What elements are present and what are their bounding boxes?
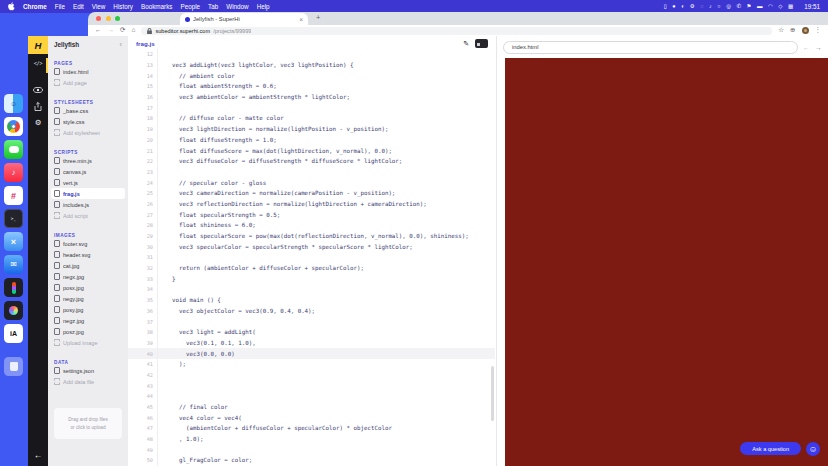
dock-icon-finder[interactable]: ☺ — [4, 94, 23, 113]
menu-item-edit[interactable]: Edit — [73, 3, 84, 10]
file-item-negy-jpg[interactable]: negy.jpg — [51, 293, 125, 304]
dock-icon-color-app[interactable] — [4, 301, 23, 320]
file-item-add-data-file[interactable]: Add data file — [51, 376, 125, 387]
dock-icon-slack[interactable]: # — [4, 186, 23, 205]
file-item-add-page[interactable]: Add page — [51, 77, 125, 88]
dock-icon-chrome[interactable] — [4, 117, 23, 136]
file-item-style-css[interactable]: style.css — [51, 116, 125, 127]
display-icon[interactable]: ▯ — [664, 4, 667, 10]
forward-icon[interactable]: → — [108, 27, 115, 34]
settings-icon[interactable]: ⚙ — [690, 4, 695, 10]
code-scrollbar[interactable] — [491, 366, 494, 421]
dock-icon-terminal[interactable]: >_ — [4, 209, 23, 228]
file-item-posy-jpg[interactable]: posy.jpg — [51, 304, 125, 315]
file-item-cat-jpg[interactable]: cat.jpg — [51, 260, 125, 271]
menu-item-view[interactable]: View — [92, 3, 106, 10]
menu-item-people[interactable]: People — [180, 3, 200, 10]
circle-icon[interactable]: ○ — [717, 4, 720, 10]
file-item--base-css[interactable]: _base.css — [51, 105, 125, 116]
line-number: 17 — [128, 102, 158, 113]
file-item-posz-jpg[interactable]: posz.jpg — [51, 326, 125, 337]
dock-icon-mail[interactable]: ✉ — [4, 255, 23, 274]
file-item-footer-svg[interactable]: footer.svg — [51, 238, 125, 249]
address-bar[interactable]: subeditor.superhi.com /projects/99999 — [141, 27, 772, 35]
back-icon[interactable]: ← — [95, 27, 102, 34]
phone-icon[interactable]: ✆ — [736, 4, 741, 10]
reload-icon[interactable]: ⟳ — [120, 27, 125, 34]
mirroring-icon[interactable]: ◐ — [681, 4, 684, 10]
profile-avatar[interactable] — [802, 27, 809, 34]
record-icon[interactable]: ● — [672, 4, 675, 10]
menu-item-file[interactable]: File — [55, 3, 65, 10]
dock-icon-messages[interactable] — [4, 140, 23, 159]
flag-icon[interactable]: ⚑ — [747, 4, 752, 10]
menu-item-help[interactable]: Help — [257, 3, 270, 10]
wifi-icon[interactable]: ◠ — [768, 4, 773, 10]
superhi-logo[interactable]: H — [28, 36, 48, 54]
edit-pencil-icon[interactable]: ✎ — [463, 40, 469, 47]
close-window-button[interactable] — [96, 16, 101, 21]
dock-icon-app-x[interactable]: × — [4, 232, 23, 251]
preview-eye-icon[interactable] — [28, 80, 48, 96]
back-arrow-icon[interactable]: ← — [28, 450, 48, 460]
dock-icon-figma[interactable] — [4, 278, 23, 297]
file-label: posy.jpg — [63, 307, 83, 313]
menu-item-chrome[interactable]: Chrome — [23, 3, 47, 10]
spotlight-icon[interactable]: ◇ — [778, 4, 782, 10]
zoom-window-button[interactable] — [115, 16, 120, 21]
file-item-header-svg[interactable]: header.svg — [51, 249, 125, 260]
apple-icon[interactable] — [8, 2, 15, 11]
file-item-negz-jpg[interactable]: negz.jpg — [51, 315, 125, 326]
menubar-clock[interactable]: 19:51 — [804, 3, 820, 10]
file-item-upload-image[interactable]: Upload image — [51, 337, 125, 348]
dock-icon-ia-writer[interactable]: iA — [4, 324, 23, 343]
code-line: 36 vec3 objectColor = vec3(0.9, 0.4, 0.4… — [128, 306, 495, 317]
home-icon[interactable]: ⌂ — [131, 27, 135, 34]
file-item-add-stylesheet[interactable]: Add stylesheet — [51, 127, 125, 138]
music-icon[interactable]: ♪ — [709, 4, 712, 10]
minimize-window-button[interactable] — [106, 16, 111, 21]
file-item-posx-jpg[interactable]: posx.jpg — [51, 282, 125, 293]
menu-item-tab[interactable]: Tab — [208, 3, 218, 10]
browser-tab[interactable]: Jellyfish - SuperHi × — [180, 13, 308, 25]
line-content: vec3(0.1, 0.1, 1.0), — [158, 340, 256, 346]
menu-item-bookmarks[interactable]: Bookmarks — [141, 3, 173, 10]
code-view-icon[interactable]: </> — [28, 61, 48, 66]
preview-back-icon[interactable]: ← — [803, 44, 810, 51]
file-item-negx-jpg[interactable]: negx.jpg — [51, 271, 125, 282]
file-item-add-script[interactable]: Add script — [51, 210, 125, 221]
file-dropzone[interactable]: Drag and drop files or click to upload — [54, 408, 122, 439]
share-upload-icon[interactable] — [28, 98, 48, 114]
dock-icon-music[interactable]: ♪ — [4, 163, 23, 182]
new-tab-button[interactable]: + — [316, 13, 320, 22]
preview-forward-icon[interactable]: → — [815, 44, 822, 51]
file-item-canvas-js[interactable]: canvas.js — [51, 166, 125, 177]
target-icon[interactable]: ◎ — [726, 4, 731, 10]
file-item-three-min-js[interactable]: three.min.js — [51, 155, 125, 166]
file-item-settings-json[interactable]: settings.json — [51, 365, 125, 376]
browser-menu-icon[interactable]: ⋮ — [815, 27, 822, 34]
bookmark-star-icon[interactable]: ☆ — [778, 27, 784, 34]
line-content: void main () { — [158, 297, 221, 303]
file-item-frag-js[interactable]: frag.js — [51, 188, 125, 199]
cloud-icon[interactable]: ◌ — [700, 4, 703, 10]
ask-question-button[interactable]: Ask a question — [740, 442, 801, 455]
file-item-includes-js[interactable]: includes.js — [51, 199, 125, 210]
dock-icon-trash[interactable] — [4, 357, 23, 376]
file-item-vert-js[interactable]: vert.js — [51, 177, 125, 188]
menu-item-history[interactable]: History — [113, 3, 133, 10]
file-label: vert.js — [63, 180, 78, 186]
layout-toggle-icon[interactable] — [475, 39, 488, 48]
file-item-index-html[interactable]: index.html — [51, 66, 125, 77]
collapse-sidebar-icon[interactable]: ‹ — [120, 40, 123, 49]
battery-icon[interactable]: ▬ — [757, 4, 763, 10]
help-smiley-icon[interactable]: ☺ — [806, 442, 820, 456]
tab-close-icon[interactable]: × — [299, 16, 303, 23]
control-center-icon[interactable]: ▦ — [788, 4, 793, 10]
preview-address-bar[interactable]: index.html — [503, 41, 798, 54]
settings-gear-icon[interactable]: ⚙ — [28, 119, 48, 127]
menu-item-window[interactable]: Window — [226, 3, 248, 10]
extensions-icon[interactable]: ⊕ — [790, 27, 795, 34]
url-path: /projects/99999 — [213, 28, 251, 34]
code-editor[interactable]: 1213vec3 addLight(vec3 lightColor, vec3 … — [128, 49, 495, 466]
